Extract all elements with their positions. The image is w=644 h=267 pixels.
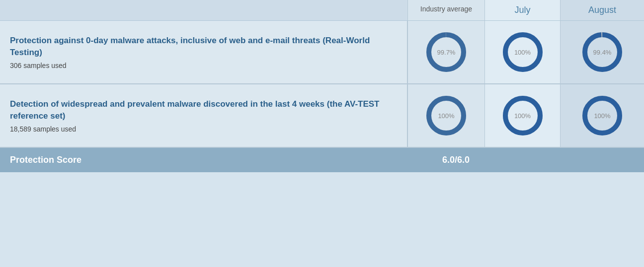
july-cell-1: 100% [484, 84, 560, 147]
footer-row: Protection Score 6.0/6.0 [0, 148, 644, 172]
donut-industry-0: 99.7% [424, 30, 469, 74]
donut-august-1: 100% [580, 93, 625, 138]
donut-label-july-0: 100% [514, 49, 531, 56]
donut-july-1: 100% [500, 93, 545, 138]
header-label-col [0, 0, 407, 20]
donut-label-industry-0: 99.7% [437, 49, 456, 56]
donut-label-industry-1: 100% [438, 112, 454, 120]
header-july: July [484, 0, 560, 20]
donut-label-august-0: 99.4% [593, 49, 612, 56]
header-industry-average: Industry average [407, 0, 484, 20]
august-cell-1: 100% [560, 84, 644, 147]
row-label: Protection against 0-day malware attacks… [0, 21, 407, 83]
industry-cell-0: 99.7% [407, 21, 484, 83]
header-august: August [560, 0, 644, 20]
july-cell-0: 100% [484, 21, 560, 83]
footer-label: Protection Score [10, 155, 417, 165]
donut-august-0: 99.4% [580, 30, 625, 74]
table-header: Industry average July August [0, 0, 644, 21]
footer-score: 6.0/6.0 [417, 155, 494, 165]
donut-label-august-1: 100% [594, 112, 610, 120]
donut-july-0: 100% [500, 30, 545, 74]
row-title: Detection of widespread and prevalent ma… [10, 98, 397, 122]
industry-cell-1: 100% [407, 84, 484, 147]
donut-industry-1: 100% [424, 93, 469, 138]
august-cell-0: 99.4% [560, 21, 644, 83]
row-title: Protection against 0-day malware attacks… [10, 35, 397, 59]
donut-label-july-1: 100% [514, 112, 531, 120]
row-label: Detection of widespread and prevalent ma… [0, 84, 407, 147]
row-samples: 18,589 samples used [10, 125, 397, 133]
protection-table: Industry average July August Protection … [0, 0, 644, 172]
table-row: Detection of widespread and prevalent ma… [0, 84, 644, 148]
row-samples: 306 samples used [10, 62, 397, 69]
table-row: Protection against 0-day malware attacks… [0, 21, 644, 84]
